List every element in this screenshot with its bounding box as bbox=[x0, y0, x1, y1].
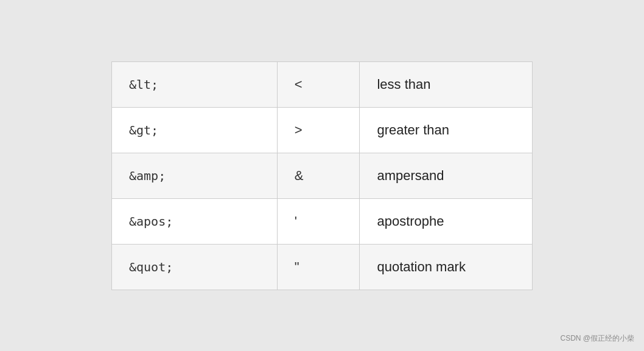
entity-code: &gt; bbox=[112, 107, 277, 153]
entity-code: &quot; bbox=[112, 244, 277, 290]
entity-description: apostrophe bbox=[360, 198, 532, 244]
html-entities-table: &lt;<less than&gt;>greater than&amp;&amp… bbox=[112, 62, 532, 290]
page-container: &lt;<less than&gt;>greater than&amp;&amp… bbox=[0, 0, 644, 351]
table-row: &amp;&ampersand bbox=[112, 153, 532, 198]
entity-description: quotation mark bbox=[360, 244, 532, 290]
entity-code: &amp; bbox=[112, 153, 277, 198]
entity-character: & bbox=[277, 153, 360, 198]
table-row: &gt;>greater than bbox=[112, 107, 532, 153]
table-row: &quot;"quotation mark bbox=[112, 244, 532, 290]
entity-character: ' bbox=[277, 198, 360, 244]
entity-character: < bbox=[277, 62, 360, 108]
entity-description: ampersand bbox=[360, 153, 532, 198]
table-wrapper: &lt;<less than&gt;>greater than&amp;&amp… bbox=[111, 61, 533, 290]
entity-character: > bbox=[277, 107, 360, 153]
entity-description: greater than bbox=[360, 107, 532, 153]
entity-code: &lt; bbox=[112, 62, 277, 108]
table-row: &apos;'apostrophe bbox=[112, 198, 532, 244]
table-row: &lt;<less than bbox=[112, 62, 532, 108]
watermark: CSDN @假正经的小柴 bbox=[560, 333, 634, 344]
entity-code: &apos; bbox=[112, 198, 277, 244]
entity-description: less than bbox=[360, 62, 532, 108]
entity-character: " bbox=[277, 244, 360, 290]
